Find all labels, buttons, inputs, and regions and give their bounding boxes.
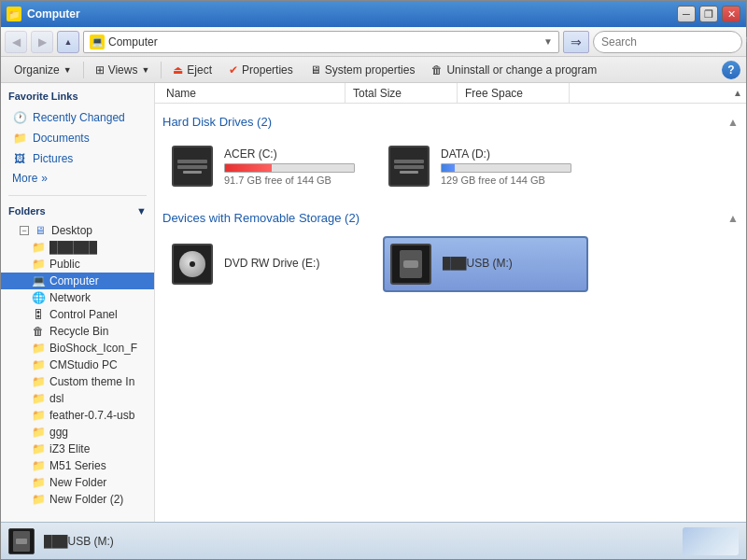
tree-label-desktop: Desktop [51,224,92,237]
drive-c-icon-container [170,144,215,189]
organize-button[interactable]: Organize ▼ [7,60,79,80]
go-button[interactable]: ⇒ [563,31,589,53]
more-link[interactable]: More » [8,169,147,188]
user-icon: 📁 [31,241,46,254]
views-button[interactable]: ⊞ Views ▼ [88,60,158,80]
tree-item-dsl[interactable]: 📁 dsl [1,390,154,407]
documents-label: Documents [33,132,90,145]
drive-d-name: DATA (D:) [441,147,585,161]
tree-label-new-folder: New Folder [49,476,106,489]
eject-icon: ⏏ [173,63,183,77]
computer-icon: 💻 [31,274,46,287]
help-button[interactable]: ? [722,61,740,79]
drive-item-c[interactable]: ACER (C:) 91.7 GB free of 144 GB [166,140,372,192]
back-button[interactable]: ◀ [5,31,27,53]
up-button[interactable]: ▲ [57,31,79,53]
drive-d-info: DATA (D:) 129 GB free of 144 GB [441,147,585,186]
system-props-label: System properties [325,63,416,77]
col-name-header[interactable]: Name [159,83,345,103]
cmd-separator-1 [83,62,84,78]
content-scroll[interactable]: Hard Disk Drives (2) ▲ [155,104,746,522]
sidebar-item-documents[interactable]: 📁 Documents [8,128,147,148]
tree-item-cmstudio[interactable]: 📁 CMStudio PC [1,357,154,373]
close-button[interactable]: ✕ [722,6,740,22]
tree-label-computer: Computer [49,274,99,287]
main-area: Favorite Links 🕐 Recently Changed 📁 Docu… [1,83,746,522]
drive-d-size: 129 GB free of 144 GB [441,175,585,186]
tree-item-control-panel[interactable]: 🎛 Control Panel [1,306,154,323]
usb-shape [400,250,422,278]
hard-disk-collapse-icon[interactable]: ▲ [727,116,739,129]
tree-label-dsl: dsl [49,392,63,405]
address-dropdown-icon[interactable]: ▼ [543,36,553,47]
title-bar-buttons: ─ ❐ ✕ [677,6,740,22]
tree-item-new-folder[interactable]: 📁 New Folder [1,474,154,491]
col-free-space-header[interactable]: Free Space [458,83,570,103]
drive-m-name: ███USB (M:) [443,257,583,270]
window-icon: 📁 [7,7,21,21]
sidebar-item-pictures[interactable]: 🖼 Pictures [8,148,147,169]
tree-item-new-folder-2[interactable]: 📁 New Folder (2) [1,491,154,508]
tree-item-computer[interactable]: 💻 Computer [1,273,154,289]
uninstall-button[interactable]: 🗑 Uninstall or change a program [424,60,604,80]
eject-button[interactable]: ⏏ Eject [165,60,219,80]
tree-label-network: Network [49,291,91,304]
dvd-disc [179,251,205,277]
drive-item-e[interactable]: DVD RW Drive (E:) [166,236,372,292]
drive-e-icon-container [170,242,215,287]
col-total-size-header[interactable]: Total Size [345,83,458,103]
drive-c-size: 91.7 GB free of 144 GB [224,175,368,186]
sidebar-item-recently-changed[interactable]: 🕐 Recently Changed [8,107,147,128]
address-icon: 💻 [90,35,105,49]
column-headers: Name Total Size Free Space ▲ [155,83,746,104]
system-properties-button[interactable]: 🖥 System properties [303,60,423,80]
recently-changed-icon: 🕐 [12,110,27,125]
removable-collapse-icon[interactable]: ▲ [727,212,739,225]
tree-item-ggg[interactable]: 📁 ggg [1,424,154,441]
tree-item-network[interactable]: 🌐 Network [1,289,154,306]
tree-label-m51: M51 Series [49,459,106,472]
drive-e-name: DVD RW Drive (E:) [224,257,368,270]
drive-c-name: ACER (C:) [224,147,368,161]
drive-item-d[interactable]: DATA (D:) 129 GB free of 144 GB [383,140,588,192]
new-folder-icon: 📁 [31,476,46,489]
control-panel-icon: 🎛 [31,308,46,321]
tree-item-desktop[interactable]: − 🖥 Desktop [1,222,154,239]
tree-item-bioshock[interactable]: 📁 BioShock_Icon_F [1,340,154,357]
search-input[interactable] [601,35,741,49]
restore-button[interactable]: ❐ [699,6,718,22]
col-scroll-right-icon[interactable]: ▲ [733,88,742,98]
tree-item-recycle-bin[interactable]: 🗑 Recycle Bin [1,323,154,340]
title-bar: 📁 Computer ─ ❐ ✕ [1,1,746,27]
tree-item-custom-theme[interactable]: 📁 Custom theme In [1,373,154,390]
m51-icon: 📁 [31,459,46,472]
folder-tree: − 🖥 Desktop 📁 ██████ 📁 Public 💻 Computer [1,220,154,522]
status-drive-name: ███USB (M:) [44,535,114,548]
pictures-icon: 🖼 [12,151,27,166]
forward-button[interactable]: ▶ [31,31,53,53]
address-bar: 💻 Computer ▼ [83,31,559,53]
organize-label: Organize [14,63,60,77]
favorites-title: Favorite Links [8,91,147,102]
tree-item-m51[interactable]: 📁 M51 Series [1,457,154,474]
removable-grid: DVD RW Drive (E:) [162,236,739,292]
minimize-button[interactable]: ─ [677,6,696,22]
drive-m-info: ███USB (M:) [443,257,583,273]
properties-icon: ✔ [229,63,238,77]
more-label: More [12,172,37,185]
more-chevron-icon: » [41,172,48,185]
dvd-hole [190,261,195,267]
folders-collapse-icon[interactable]: ▼ [136,205,147,217]
status-right-decoration [683,527,739,555]
cmstudio-icon: 📁 [31,358,46,371]
tree-item-feather[interactable]: 📁 feather-0.7.4-usb [1,407,154,424]
desktop-expander[interactable]: − [20,226,29,235]
public-icon: 📁 [31,258,46,271]
address-text: Computer [108,35,540,49]
drive-item-m[interactable]: ███USB (M:) [383,236,588,292]
properties-button[interactable]: ✔ Properties [221,60,301,80]
tree-item-user[interactable]: 📁 ██████ [1,239,154,256]
drive-d-hdd-icon [388,146,430,187]
tree-item-iz3[interactable]: 📁 iZ3 Elite [1,441,154,457]
tree-item-public[interactable]: 📁 Public [1,256,154,273]
